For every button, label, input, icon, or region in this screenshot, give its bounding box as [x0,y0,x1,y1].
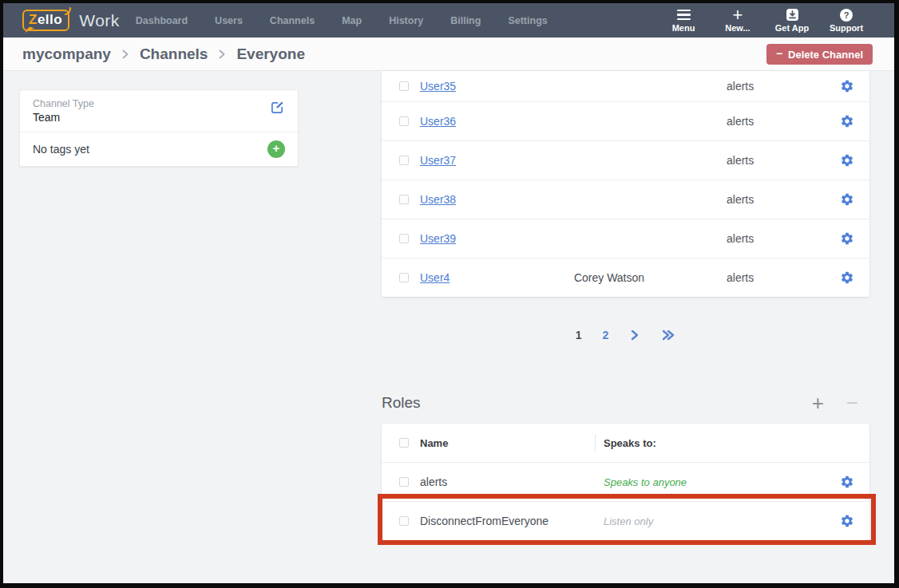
user-full-name: Corey Watson [541,271,677,284]
user-role: alerts [677,271,825,284]
column-speaks-to: Speaks to: [595,434,825,452]
speech-bubble-tail-icon [25,26,35,34]
role-speaks-to: Listen only [595,515,825,527]
role-row-alerts: alerts Speaks to anyone [382,462,869,501]
tags-empty-text: No tags yet [33,143,89,156]
nav-users[interactable]: Users [215,15,243,26]
download-icon [786,9,799,22]
channel-type-card: Channel Type Team No tags yet + [19,89,299,167]
nav-links: Dashboard Users Channels Map History Bil… [136,15,548,26]
brand-product-label: Work [79,11,120,30]
get-app-label: Get App [775,23,809,33]
table-row: User4 Corey Watson alerts [382,258,869,297]
user-link[interactable]: User35 [420,80,456,93]
menu-label: Menu [672,23,695,33]
breadcrumb-bar: mycompany Channels Everyone − Delete Cha… [3,37,894,71]
zello-admin-console: Zello Work Dashboard Users Channels Map … [0,0,899,588]
row-checkbox[interactable] [399,116,409,126]
gear-icon[interactable] [825,153,869,168]
row-checkbox[interactable] [399,273,409,282]
new-label: New... [725,23,750,33]
table-row: User37 alerts [382,140,869,180]
chevron-right-icon [121,49,130,60]
table-row: User39 alerts [382,219,869,258]
tags-row: No tags yet + [20,132,298,166]
zello-work-logo[interactable]: Zello Work [22,10,120,31]
user-role: alerts [677,154,825,167]
breadcrumb-company[interactable]: mycompany [22,45,111,63]
logo-text-z: Z [29,12,38,27]
signal-arcs-icon [63,6,74,17]
page-1: 1 [576,329,582,341]
row-checkbox[interactable] [399,195,409,204]
role-name: alerts [420,476,595,488]
role-row-disconnect-from-everyone: DisconnectFromEveryone Listen only [382,501,869,540]
add-role-icon[interactable]: + [812,395,824,411]
page-2[interactable]: 2 [603,329,609,341]
chevron-right-icon [217,49,227,60]
gear-icon[interactable] [825,192,869,207]
breadcrumb-channels[interactable]: Channels [140,45,208,63]
gear-icon[interactable] [825,79,869,93]
row-checkbox[interactable] [399,156,409,165]
question-icon: ? [840,9,853,22]
new-button[interactable]: + New... [720,9,755,33]
user-role: alerts [677,193,825,206]
row-checkbox[interactable] [399,234,409,243]
row-checkbox[interactable] [399,477,409,487]
plus-icon: + [733,9,743,22]
role-speaks-to: Speaks to anyone [595,476,825,488]
nav-billing[interactable]: Billing [450,15,481,26]
zello-logo-badge: Zello [22,10,69,31]
roles-section-header: Roles + − [382,394,869,412]
breadcrumb: mycompany Channels Everyone [22,37,305,71]
get-app-button[interactable]: Get App [774,9,810,33]
header-checkbox[interactable] [399,438,409,448]
nav-settings[interactable]: Settings [508,15,547,26]
gear-icon[interactable] [825,475,869,489]
user-role: alerts [677,232,825,245]
user-link[interactable]: User4 [420,271,450,284]
delete-channel-label: Delete Channel [788,49,863,61]
gear-icon[interactable] [825,514,869,528]
add-tag-button[interactable]: + [267,140,285,158]
row-checkbox[interactable] [399,81,409,91]
user-role: alerts [677,80,825,93]
support-label: Support [830,23,863,33]
gear-icon[interactable] [825,231,869,246]
next-page-icon[interactable] [629,329,640,341]
gear-icon[interactable] [825,114,869,128]
support-button[interactable]: ? Support [829,9,864,33]
hamburger-icon [677,9,691,22]
table-row: User36 alerts [382,101,869,140]
remove-role-icon[interactable]: − [846,395,858,411]
column-name: Name [420,437,595,449]
top-navbar: Zello Work Dashboard Users Channels Map … [3,3,894,37]
minus-icon: − [776,47,782,60]
channel-type-label: Channel Type [33,98,285,109]
user-link[interactable]: User39 [420,232,456,245]
nav-map[interactable]: Map [342,15,362,26]
pagination: 1 2 [382,329,869,341]
menu-button[interactable]: Menu [666,9,701,33]
delete-channel-button[interactable]: − Delete Channel [766,44,873,65]
nav-channels[interactable]: Channels [270,15,315,26]
plus-icon: + [273,140,280,156]
nav-history[interactable]: History [389,15,423,26]
breadcrumb-channel-name: Everyone [236,45,305,63]
gear-icon[interactable] [825,270,869,285]
user-link[interactable]: User38 [420,193,456,206]
user-role: alerts [677,115,825,128]
user-link[interactable]: User37 [420,154,456,167]
logo-text-ello: ello [38,12,62,27]
edit-icon[interactable] [270,100,285,118]
channel-type-row: Channel Type Team [20,90,298,132]
user-link[interactable]: User36 [420,115,456,128]
last-page-icon[interactable] [661,329,675,341]
channel-users-table: User35 alerts User36 alerts User37 [382,71,869,297]
row-checkbox[interactable] [399,516,409,526]
roles-title: Roles [382,394,421,412]
table-row: User38 alerts [382,180,869,219]
nav-dashboard[interactable]: Dashboard [136,15,188,26]
table-row: User35 alerts [382,71,869,101]
